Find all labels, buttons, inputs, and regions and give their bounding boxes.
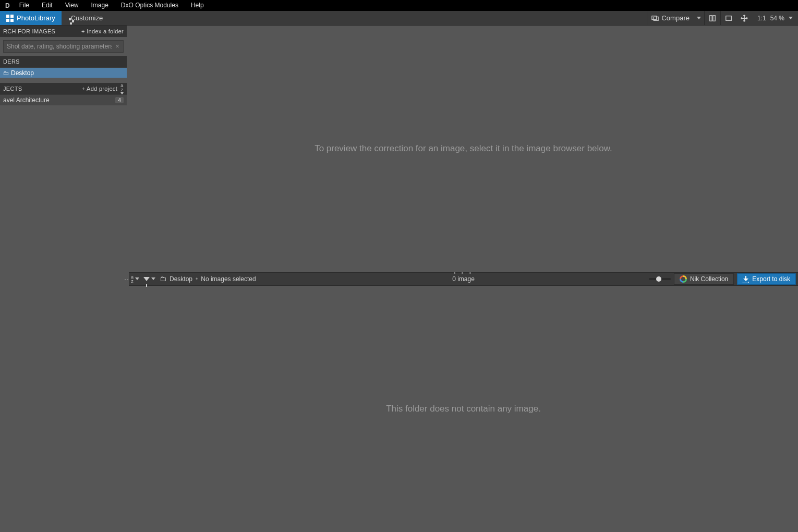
sort-az-icon: az: [131, 275, 134, 283]
add-project-action[interactable]: + Add project: [82, 86, 117, 92]
projects-sort-button[interactable]: az: [120, 83, 124, 94]
tab-customize[interactable]: Customize: [62, 11, 109, 25]
sidebar-empty-area: [0, 105, 127, 532]
search-input[interactable]: [3, 40, 124, 53]
menu-edit[interactable]: Edit: [35, 0, 59, 11]
chevron-down-icon: [120, 92, 124, 94]
sidebar: RCH FOR IMAGES + Index a folder × DERS 🗀…: [0, 26, 127, 532]
svg-rect-4: [726, 16, 732, 20]
compare-icon: [651, 15, 659, 22]
search-row: ×: [0, 37, 127, 56]
menu-image[interactable]: Image: [85, 0, 115, 11]
chevron-down-icon: [135, 277, 139, 280]
app-logo: D: [2, 2, 13, 9]
fit-group: 1:1 54 %: [720, 11, 798, 25]
projects-section-header: JECTS + Add project az: [0, 83, 127, 94]
folders-section-title: DERS: [3, 58, 20, 65]
projects-section-title: JECTS: [3, 86, 22, 92]
browser-bar-left: az 🗀 Desktop • No images selected: [131, 275, 256, 283]
project-item[interactable]: avel Architecture 4: [0, 95, 127, 105]
search-section-header: RCH FOR IMAGES + Index a folder: [0, 26, 127, 37]
compare-button[interactable]: Compare: [647, 11, 693, 25]
split-view-icon: [709, 15, 716, 22]
zoom-controls: 1:1 54 %: [752, 11, 798, 25]
nik-collection-button[interactable]: Nik Collection: [674, 273, 734, 285]
folder-icon: 🗀: [160, 275, 166, 283]
tab-photolibrary-label: PhotoLibrary: [17, 14, 55, 22]
grid-icon: [6, 15, 14, 22]
preview-pane: To preview the correction for an image, …: [129, 26, 798, 272]
browser-selection-status: No images selected: [201, 275, 256, 283]
compare-label: Compare: [661, 14, 689, 22]
menu-view[interactable]: View: [59, 0, 85, 11]
chevron-down-icon: [151, 277, 155, 280]
folder-item-desktop[interactable]: 🗀 Desktop: [0, 67, 127, 78]
split-view-button[interactable]: [705, 11, 720, 25]
preview-placeholder-text: To preview the correction for an image, …: [315, 143, 612, 154]
menu-optics[interactable]: DxO Optics Modules: [115, 0, 185, 11]
main-area: RCH FOR IMAGES + Index a folder × DERS 🗀…: [0, 26, 798, 532]
export-icon: [743, 276, 749, 282]
content-area: To preview the correction for an image, …: [129, 26, 798, 532]
filter-icon: [143, 277, 150, 281]
menu-bar: D File Edit View Image DxO Optics Module…: [0, 0, 798, 11]
browser-folder-name[interactable]: Desktop: [170, 275, 192, 283]
nik-collection-icon: [680, 275, 687, 283]
export-to-disk-button[interactable]: Export to disk: [737, 273, 796, 285]
search-section-title: RCH FOR IMAGES: [3, 28, 55, 34]
compare-group: Compare: [647, 11, 704, 25]
folder-spacer: [0, 78, 127, 83]
fit-button[interactable]: [721, 11, 736, 25]
projects-list: avel Architecture 4: [0, 94, 127, 105]
svg-rect-0: [652, 16, 657, 19]
thumbnail-size-slider[interactable]: [649, 278, 671, 280]
project-item-label: avel Architecture: [3, 96, 50, 104]
slider-knob[interactable]: [656, 276, 661, 282]
browser-filter-button[interactable]: [143, 277, 155, 281]
sort-az-icon: az: [120, 83, 123, 92]
zoom-ratio[interactable]: 1:1: [757, 15, 766, 22]
chevron-down-icon: [697, 17, 701, 19]
folders-section-header: DERS: [0, 56, 127, 67]
nik-collection-label: Nik Collection: [690, 275, 728, 283]
browser-empty-text: This folder does not contain any image.: [386, 404, 541, 414]
project-item-count: 4: [115, 97, 124, 103]
layout-group: [704, 11, 720, 25]
folder-item-label: Desktop: [11, 69, 34, 77]
browser-breadcrumb: 🗀 Desktop • No images selected: [160, 275, 256, 283]
svg-rect-1: [654, 17, 659, 20]
tab-customize-label: Customize: [71, 14, 103, 22]
browser-bar-right: Nik Collection Export to disk: [649, 273, 796, 285]
folder-icon: 🗀: [3, 70, 9, 76]
index-folder-action[interactable]: + Index a folder: [81, 28, 124, 34]
svg-rect-3: [713, 15, 715, 21]
browser-image-count: 0 image: [452, 275, 475, 283]
image-browser-pane: This folder does not contain any image.: [129, 286, 798, 533]
tab-photolibrary[interactable]: PhotoLibrary: [0, 11, 62, 25]
move-tool-button[interactable]: [736, 11, 752, 25]
clear-search-icon[interactable]: ×: [113, 42, 122, 51]
search-box: ×: [3, 40, 124, 53]
svg-rect-2: [710, 15, 712, 21]
image-browser-toolbar: • • • az 🗀 Desktop • No images selected: [129, 272, 798, 286]
move-icon: [741, 15, 748, 22]
zoom-value: 54 %: [770, 15, 784, 22]
menu-help[interactable]: Help: [185, 0, 210, 11]
fit-icon: [725, 15, 732, 22]
export-label: Export to disk: [752, 275, 790, 283]
menu-file[interactable]: File: [13, 0, 35, 11]
compare-dropdown[interactable]: [694, 11, 704, 25]
browser-sort-button[interactable]: az: [131, 275, 139, 283]
separator-dot: •: [196, 275, 198, 283]
zoom-dropdown[interactable]: [789, 17, 793, 19]
main-toolbar: PhotoLibrary Customize Compare: [0, 11, 798, 26]
